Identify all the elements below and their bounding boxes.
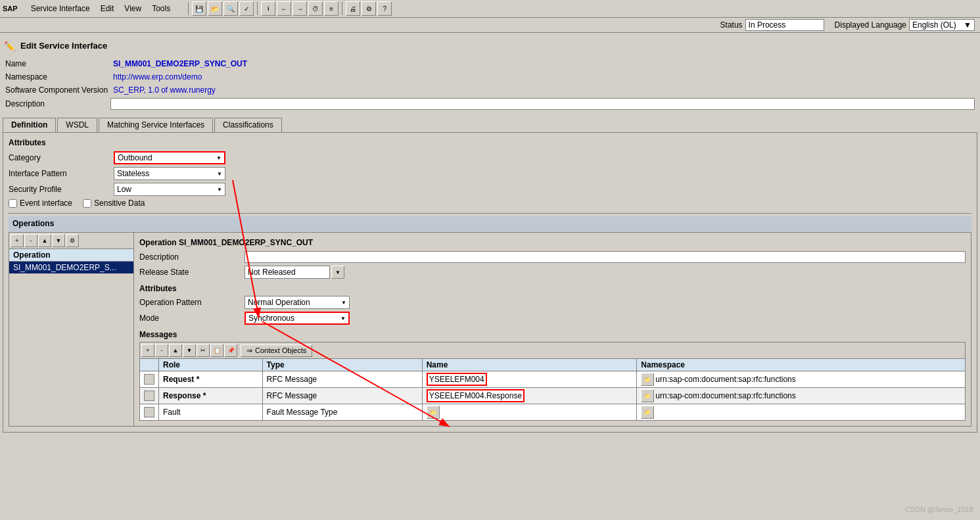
op-pattern-field: Normal Operation ▼ xyxy=(245,296,350,309)
row2-role: Response * xyxy=(159,388,263,404)
sensitive-data-checkbox[interactable] xyxy=(83,199,91,208)
row2-ns-browse[interactable]: 📁 xyxy=(641,389,654,402)
row3-role: Fault xyxy=(159,404,263,421)
toolbar-hist[interactable]: ⏱ xyxy=(308,1,323,16)
category-field: Outbound ▼ xyxy=(114,151,225,164)
scv-label: Software Component Version xyxy=(5,85,110,95)
ops-up-btn[interactable]: ▲ xyxy=(38,234,51,247)
page-title: Edit Service Interface xyxy=(19,38,108,53)
category-value: Outbound xyxy=(118,153,152,162)
interface-pattern-select[interactable]: Stateless ▼ xyxy=(114,167,225,180)
release-state-field: Not Released ▼ xyxy=(245,266,344,279)
menu-edit[interactable]: Edit xyxy=(95,3,120,14)
tab-matching[interactable]: Matching Service Interfaces xyxy=(99,118,213,132)
menu-items: Service Interface Edit View Tools xyxy=(26,3,176,14)
tab-definition[interactable]: Definition xyxy=(3,118,56,132)
operations-header: Operations xyxy=(9,218,58,229)
operations-section: Operations + - ▲ ▼ ⚙ Ope xyxy=(9,213,971,427)
toolbar-print[interactable]: 🖨 xyxy=(346,1,360,16)
row3-ns-browse[interactable]: 📁 xyxy=(641,406,654,419)
context-objects-btn[interactable]: ⇒ Context Objects xyxy=(241,344,312,357)
menu-view[interactable]: View xyxy=(119,3,147,14)
msg-paste-btn[interactable]: 📌 xyxy=(224,344,237,357)
menu-service-interface[interactable]: Service Interface xyxy=(26,3,95,14)
toolbar-search[interactable]: 🔍 xyxy=(223,1,238,16)
messages-toolbar: + - ▲ ▼ ✂ 📋 📌 ⇒ Context Ob xyxy=(139,342,966,358)
ops-list-item[interactable]: SI_MM001_DEMO2ERP_S... xyxy=(9,262,133,273)
op-attributes-header: Attributes xyxy=(139,284,966,293)
row1-ns-browse[interactable]: 📁 xyxy=(641,373,654,386)
msg-up-btn[interactable]: ▲ xyxy=(169,344,182,357)
toolbar-save[interactable]: 💾 xyxy=(192,1,206,16)
table-row: Request * RFC Message YSEELEFM004 xyxy=(140,371,966,388)
table-row: Response * RFC Message YSEELEFM004.Respo… xyxy=(140,388,966,404)
toolbar-open[interactable]: 📂 xyxy=(208,1,222,16)
ops-toolbar: + - ▲ ▼ ⚙ xyxy=(9,233,133,249)
menubar: SAP Service Interface Edit View Tools 💾 … xyxy=(0,0,980,18)
category-row: Category Outbound ▼ xyxy=(9,151,971,164)
toolbar-forward[interactable]: → xyxy=(292,1,307,16)
interface-pattern-value: Stateless xyxy=(117,169,149,178)
menu-tools[interactable]: Tools xyxy=(147,3,175,14)
interface-pattern-dropdown-icon: ▼ xyxy=(217,171,222,177)
ops-down-btn[interactable]: ▼ xyxy=(52,234,65,247)
mode-dropdown-icon: ▼ xyxy=(340,316,346,321)
op-description-row: Description xyxy=(139,251,966,263)
lang-value[interactable]: English (OL) ▼ xyxy=(909,19,975,31)
main-content: ✏️ Edit Service Interface Name SI_MM001_… xyxy=(0,33,980,435)
op-pattern-row: Operation Pattern Normal Operation ▼ xyxy=(139,296,966,309)
security-profile-dropdown-icon: ▼ xyxy=(217,187,222,193)
op-pattern-select[interactable]: Normal Operation ▼ xyxy=(245,296,350,309)
msg-cut-btn[interactable]: ✂ xyxy=(197,344,210,357)
mode-select[interactable]: Synchronous ▼ xyxy=(245,312,350,325)
name-row: Name SI_MM001_DEMO2ERP_SYNC_OUT xyxy=(5,59,975,69)
tab-classifications[interactable]: Classifications xyxy=(214,118,282,132)
name-value: SI_MM001_DEMO2ERP_SYNC_OUT xyxy=(110,59,975,69)
description-label: Description xyxy=(5,99,110,108)
row3-name-browse[interactable]: 📁 xyxy=(427,406,440,419)
tab-wsdl[interactable]: WSDL xyxy=(57,118,97,132)
ops-list-header: Operation xyxy=(9,249,133,262)
status-value: In Process xyxy=(745,19,824,31)
msg-down-btn[interactable]: ▼ xyxy=(183,344,196,357)
msg-col-name: Name xyxy=(422,359,637,371)
security-profile-row: Security Profile Low ▼ xyxy=(9,183,971,196)
category-select[interactable]: Outbound ▼ xyxy=(114,151,225,164)
row1-role: Request * xyxy=(159,371,263,388)
lang-field: Displayed Language English (OL) ▼ xyxy=(835,19,975,31)
security-profile-select[interactable]: Low ▼ xyxy=(114,183,225,196)
toolbar-help[interactable]: ? xyxy=(377,1,392,16)
category-dropdown-icon: ▼ xyxy=(216,155,222,161)
tab-content-definition: Attributes Category Outbound ▼ Interface… xyxy=(3,132,977,433)
namespace-label: Namespace xyxy=(5,72,110,82)
msg-copy-btn[interactable]: 📋 xyxy=(210,344,223,357)
msg-new-btn[interactable]: + xyxy=(141,344,154,357)
scv-value: SC_ERP, 1.0 of www.runergy xyxy=(110,85,975,95)
attributes-header: Attributes xyxy=(9,138,971,147)
event-interface-item: Event interface xyxy=(9,199,72,208)
toolbar-info[interactable]: i xyxy=(261,1,275,16)
toolbar-back[interactable]: ← xyxy=(277,1,291,16)
op-description-value[interactable] xyxy=(245,251,966,263)
row1-namespace: 📁 urn:sap-com:document:sap:rfc:functions xyxy=(637,371,966,388)
ops-settings-btn[interactable]: ⚙ xyxy=(66,234,79,247)
toolbar-settings[interactable]: ⚙ xyxy=(362,1,376,16)
attributes-section: Attributes Category Outbound ▼ Interface… xyxy=(9,138,971,208)
description-value[interactable] xyxy=(110,98,975,110)
operations-container: + - ▲ ▼ ⚙ Operation SI_MM001_DEMO2ERP_S.… xyxy=(9,232,971,427)
toolbar-check[interactable]: ✓ xyxy=(239,1,254,16)
ops-delete-btn[interactable]: - xyxy=(24,234,37,247)
name-label: Name xyxy=(5,59,110,68)
release-state-dropdown-btn[interactable]: ▼ xyxy=(331,266,344,279)
interface-pattern-row: Interface Pattern Stateless ▼ xyxy=(9,167,971,180)
msg-delete-btn[interactable]: - xyxy=(155,344,168,357)
namespace-row: Namespace http://www.erp.com/demo xyxy=(5,72,975,82)
op-description-label: Description xyxy=(139,252,245,262)
interface-pattern-label: Interface Pattern xyxy=(9,169,114,178)
app-title: SAP xyxy=(3,5,18,12)
table-row: Fault Fault Message Type 📁 xyxy=(140,404,966,421)
op-pattern-label: Operation Pattern xyxy=(139,298,245,307)
toolbar-list[interactable]: ≡ xyxy=(324,1,338,16)
ops-new-btn[interactable]: + xyxy=(11,234,24,247)
event-interface-checkbox[interactable] xyxy=(9,199,17,208)
